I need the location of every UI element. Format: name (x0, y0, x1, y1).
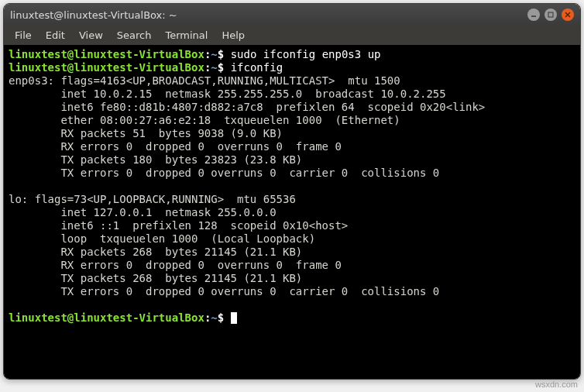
prompt-end: $ (218, 61, 224, 74)
menubar: File Edit View Search Terminal Help (4, 26, 580, 45)
output-line: inet 10.0.2.15 netmask 255.255.255.0 bro… (9, 88, 446, 100)
output-line: TX errors 0 dropped 0 overruns 0 carrier… (9, 285, 439, 297)
output-line: ether 08:00:27:a6:e2:18 txqueuelen 1000 … (9, 114, 400, 126)
menu-help[interactable]: Help (215, 27, 251, 43)
prompt-path: ~ (211, 311, 217, 324)
prompt-path: ~ (211, 61, 217, 74)
cursor (231, 312, 237, 324)
close-button[interactable] (562, 9, 574, 21)
maximize-button[interactable] (544, 9, 557, 21)
menu-file[interactable]: File (9, 27, 38, 43)
output-line: RX errors 0 dropped 0 overruns 0 frame 0 (9, 259, 342, 271)
output-line: inet 127.0.0.1 netmask 255.0.0.0 (9, 206, 277, 218)
menu-terminal[interactable]: Terminal (159, 27, 214, 43)
output-line: lo: flags=73<UP,LOOPBACK,RUNNING> mtu 65… (9, 193, 296, 205)
output-line: RX packets 268 bytes 21145 (21.1 KB) (9, 246, 302, 258)
prompt-end: $ (218, 48, 224, 60)
titlebar[interactable]: linuxtest@linuxtest-VirtualBox: ~ (4, 4, 580, 26)
prompt-path: ~ (211, 48, 217, 60)
terminal-area[interactable]: linuxtest@linuxtest-VirtualBox:~$ sudo i… (4, 45, 580, 379)
watermark: wsxdn.com (535, 380, 578, 389)
terminal-window: linuxtest@linuxtest-VirtualBox: ~ File E… (3, 3, 581, 380)
command-2: ifconfig (231, 61, 283, 74)
window-controls (527, 9, 574, 21)
menu-search[interactable]: Search (111, 27, 158, 43)
command-1: sudo ifconfig enp0s3 up (231, 48, 381, 60)
prompt-end: $ (218, 311, 224, 324)
output-line: inet6 fe80::d81b:4807:d882:a7c8 prefixle… (9, 101, 485, 113)
menu-view[interactable]: View (73, 27, 109, 43)
output-line: loop txqueuelen 1000 (Local Loopback) (9, 232, 315, 245)
menu-edit[interactable]: Edit (40, 27, 71, 43)
window-title: linuxtest@linuxtest-VirtualBox: ~ (10, 9, 527, 21)
prompt-user-host: linuxtest@linuxtest-VirtualBox (9, 61, 204, 74)
output-line: enp0s3: flags=4163<UP,BROADCAST,RUNNING,… (9, 74, 400, 87)
prompt-user-host: linuxtest@linuxtest-VirtualBox (9, 311, 204, 324)
output-line: inet6 ::1 prefixlen 128 scopeid 0x10<hos… (9, 219, 348, 232)
output-line: TX packets 180 bytes 23823 (23.8 KB) (9, 153, 302, 166)
prompt-user-host: linuxtest@linuxtest-VirtualBox (9, 48, 204, 60)
output-line: TX packets 268 bytes 21145 (21.1 KB) (9, 272, 302, 284)
svg-rect-1 (548, 12, 553, 17)
output-line: TX errors 0 dropped 0 overruns 0 carrier… (9, 167, 439, 179)
output-line: RX packets 51 bytes 9038 (9.0 KB) (9, 127, 283, 139)
minimize-button[interactable] (527, 9, 540, 21)
output-line: RX errors 0 dropped 0 overruns 0 frame 0 (9, 140, 342, 153)
